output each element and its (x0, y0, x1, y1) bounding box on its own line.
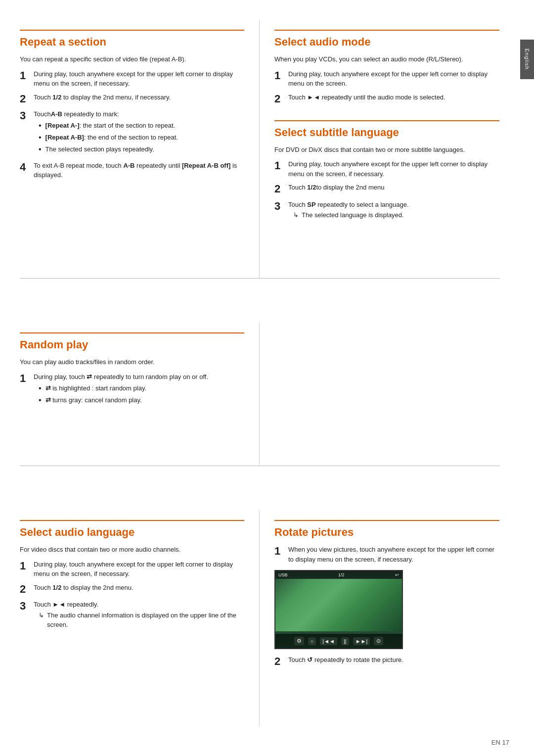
ctrl-circle: ○ (308, 637, 316, 645)
topbar-center: 1/2 (338, 572, 345, 577)
rotate-step-1: 1 When you view pictures, touch anywhere… (274, 545, 499, 564)
repeat-section-desc: You can repeat a specific section of vid… (20, 54, 244, 64)
select-subtitle-title: Select subtitle language (274, 126, 499, 139)
select-audio-language-section: Select audio language For video discs th… (20, 510, 260, 726)
select-audio-mode-title: Select audio mode (274, 30, 499, 48)
ctrl-pause: || (341, 637, 349, 645)
section-divider-2 (20, 466, 499, 466)
select-audio-language-title: Select audio language (20, 520, 244, 539)
device-image (275, 579, 402, 631)
rotate-section: Rotate pictures 1 When you view pictures… (260, 510, 499, 726)
subtitle-step-2: 2 Touch 1/2to display the 2nd menu (274, 183, 499, 195)
device-controls: ⚙ ○ |◄◄ || ►►| ⊙ (275, 634, 402, 648)
ctrl-power: ⊙ (374, 637, 383, 645)
subtitle-step-3: 3 Touch SP repeatedly to select a langua… (274, 200, 499, 220)
audio-mode-step-2: 2 Touch ►◄ repeatedly until the audio mo… (274, 93, 499, 105)
section-divider-1 (20, 278, 499, 279)
audio-mode-step-1: 1 During play, touch anywhere except for… (274, 69, 499, 89)
ctrl-next: ►►| (353, 637, 370, 645)
ctrl-prev: |◄◄ (320, 637, 337, 645)
select-subtitle-desc: For DVD or DivX discs that contain two o… (274, 145, 499, 155)
audio-lang-step-2: 2 Touch 1/2 to display the 2nd menu. (20, 583, 244, 596)
page-number: EN 17 (491, 739, 509, 746)
device-screen-inner: USB 1/2 ↩ ⚙ ○ |◄◄ || ►►| ⊙ (275, 571, 402, 648)
subtitle-step-1: 1 During play, touch anywhere except for… (274, 159, 499, 179)
random-play-section: Random play You can play audio tracks/fi… (20, 323, 260, 466)
audio-lang-step-3: 3 Touch ►◄ repeatedly. ↳ The audio chann… (20, 600, 244, 630)
language-tab: English (520, 40, 534, 79)
repeat-section-title: Repeat a section (20, 30, 244, 48)
topbar-left: USB (278, 572, 288, 577)
random-play-title: Random play (20, 332, 244, 351)
audio-lang-step-1: 1 During play, touch anywhere except for… (20, 560, 244, 579)
random-play-desc: You can play audio tracks/files in rando… (20, 357, 244, 367)
rotate-step-2: 2 Touch ↺ repeatedly to rotate the pictu… (274, 655, 499, 668)
select-audio-mode-section: Select audio mode When you play VCDs, yo… (260, 20, 499, 278)
device-screen: USB 1/2 ↩ ⚙ ○ |◄◄ || ►►| ⊙ (274, 570, 403, 649)
select-audio-mode-desc: When you play VCDs, you can select an au… (274, 54, 499, 64)
repeat-section: Repeat a section You can repeat a specif… (20, 20, 260, 278)
select-audio-language-desc: For video discs that contain two or more… (20, 545, 244, 555)
topbar-right: ↩ (395, 572, 399, 577)
repeat-step-2: 2 Touch 1/2 to display the 2nd menu, if … (20, 93, 244, 105)
rotate-pictures-section (260, 323, 499, 466)
repeat-step-1: 1 During play, touch anywhere except for… (20, 69, 244, 89)
repeat-step-4: 4 To exit A-B repeat mode, touch A-B rep… (20, 161, 244, 180)
device-topbar: USB 1/2 ↩ (275, 571, 402, 579)
ctrl-settings: ⚙ (294, 637, 304, 645)
random-step-1: 1 During play, touch ⇄ repeatedly to tur… (20, 372, 244, 408)
rotate-title: Rotate pictures (274, 520, 499, 539)
repeat-step-3: 3 TouchA-B repeatedly to mark: •[Repeat … (20, 109, 244, 157)
